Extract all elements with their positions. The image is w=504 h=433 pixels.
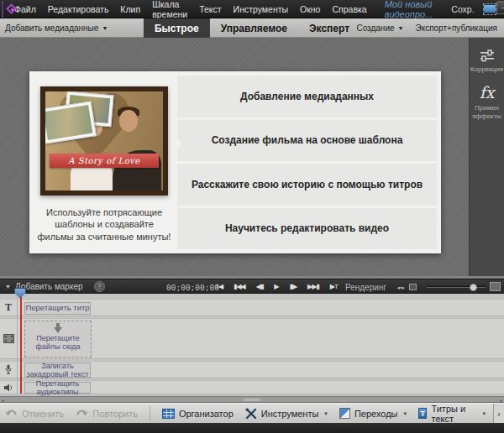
add-media-dropdown[interactable]: Добавить медиаданные ▼ — [0, 23, 108, 33]
record-narration-button[interactable]: Записать закадровый текст — [24, 363, 91, 378]
organizer-grid-icon — [162, 409, 175, 419]
sliders-icon — [479, 50, 496, 62]
timecode-display: 00;00;00;00 — [166, 283, 219, 292]
step-forward-button[interactable]: ▮▶ — [289, 283, 297, 290]
more-actions-button[interactable]: › — [493, 404, 504, 424]
tools-button[interactable]: Инструменты ▾ — [245, 408, 328, 420]
tab-guided[interactable]: Управляемое — [210, 18, 298, 38]
transitions-button[interactable]: Переходы ▾ — [339, 408, 407, 419]
polaroid-picture — [45, 105, 92, 140]
playhead-line[interactable] — [20, 296, 22, 394]
microphone-icon — [5, 364, 12, 375]
capture-monitor-icon[interactable] — [483, 3, 496, 15]
organizer-button[interactable]: Организатор — [162, 409, 234, 419]
menu-tools[interactable]: Инструменты — [228, 0, 294, 18]
go-end-button[interactable]: ▶▶▮ — [307, 283, 319, 290]
video-track-header[interactable] — [0, 319, 17, 358]
welcome-menu: Добавление медиаданных Создание фильма н… — [177, 76, 437, 249]
step-back-button[interactable]: ◀▮ — [256, 283, 264, 290]
undo-button[interactable]: Отменить — [5, 408, 64, 419]
tab-expert[interactable]: Эксперт — [298, 18, 360, 38]
template-preview-card[interactable]: ♥ A Story of Love Используйт — [34, 76, 175, 249]
narration-track-header[interactable] — [0, 362, 17, 378]
drag-audio-button[interactable]: Перетащить аудиоклипы — [24, 382, 91, 394]
audio-track: Перетащить аудиоклипы — [0, 380, 504, 394]
save-status-label[interactable]: Сохр. — [451, 4, 474, 14]
mode-toolbar: Добавить медиаданные ▼ Быстрое Управляем… — [0, 18, 504, 38]
organizer-label: Организатор — [179, 409, 234, 419]
transitions-icon — [339, 408, 350, 419]
menu-timeline[interactable]: Шкала времени — [146, 0, 193, 18]
ribbon-banner: A Story of Love — [50, 154, 159, 168]
go-previous-title-button[interactable]: T◀ — [215, 283, 223, 290]
monitor-area: ♥ A Story of Love Используйт — [0, 38, 504, 279]
welcome-panel: ♥ A Story of Love Используйт — [29, 71, 441, 253]
window-controls: — ▢ ✕ — [496, 1, 504, 14]
tab-quick[interactable]: Быстрое — [144, 18, 210, 38]
zoom-slider-handle[interactable] — [470, 284, 477, 291]
zoom-fit-icon[interactable]: ◂▪▸ — [396, 284, 405, 291]
menu-create-from-template[interactable]: Создание фильма на основе шаблона — [177, 120, 437, 162]
chevron-down-icon: ▾ — [403, 410, 407, 417]
menu-learn-editing[interactable]: Научитесь редактировать видео — [177, 208, 437, 250]
minimize-button[interactable]: — — [496, 1, 504, 14]
track-header-divider — [17, 294, 18, 396]
tools-label: Инструменты — [261, 409, 319, 419]
menu-story-with-titles[interactable]: Расскажите свою историю с помощью титров — [177, 164, 437, 206]
speaker-icon — [4, 383, 13, 392]
video-track: Перетащите файлы сюда — [0, 318, 504, 359]
capture-monitor-screen — [484, 5, 496, 13]
effects-label: Примен эффекты — [470, 104, 504, 121]
logo-dot — [11, 8, 13, 11]
divider — [150, 406, 150, 421]
go-start-button[interactable]: ▮◀◀ — [234, 283, 245, 290]
menu-clip[interactable]: Клип — [114, 0, 146, 18]
narration-track: Записать закадровый текст — [0, 361, 504, 378]
help-icon[interactable]: ? — [94, 281, 105, 292]
title-bar: Файл Редактировать Клип Шкала времени Те… — [0, 0, 504, 18]
adjust-label: Коррекция — [470, 65, 504, 74]
transport-controls: T◀ ▮◀◀ ◀▮ ▶ ▮▶ ▶▶▮ ▶T — [215, 279, 338, 293]
menu-text[interactable]: Текст — [193, 0, 227, 18]
chevron-down-icon: ▼ — [102, 25, 108, 31]
adjust-panel-button[interactable]: Коррекция — [470, 50, 504, 74]
premiere-elements-logo-icon — [2, 1, 3, 18]
timeline-scrollbar[interactable]: ◂ ▸ — [0, 396, 504, 403]
create-dropdown[interactable]: Создание ▼ — [356, 23, 403, 33]
bottom-strip — [0, 423, 504, 433]
title-track-header[interactable]: T — [0, 300, 17, 316]
project-title: Мой новый видеопро... — [385, 0, 433, 19]
menu-add-media[interactable]: Добавление медиаданных — [177, 76, 437, 117]
zoom-slider[interactable] — [427, 286, 486, 288]
redo-button[interactable]: Повторить — [76, 408, 138, 419]
undo-label: Отменить — [22, 409, 64, 419]
mode-tabs: Быстрое Управляемое Эксперт — [144, 18, 360, 38]
audio-track-header[interactable] — [0, 381, 17, 394]
zoom-in-icon[interactable] — [490, 282, 501, 291]
create-label: Создание — [356, 23, 394, 33]
render-button[interactable]: Рендеринг — [345, 283, 386, 292]
go-next-title-button[interactable]: ▶T — [330, 283, 338, 290]
chevron-down-icon: ▼ — [398, 25, 404, 31]
effects-panel-button[interactable]: fx Примен эффекты — [470, 85, 504, 121]
titles-icon: T — [418, 408, 427, 419]
play-button[interactable]: ▶ — [274, 283, 278, 290]
toolbar-right-group: Создание ▼ Экспорт+публикация — [356, 23, 504, 33]
zoom-out-icon[interactable] — [409, 284, 417, 290]
add-media-label: Добавить медиаданные — [5, 23, 98, 33]
timeline-tracks: T Перетащить титр Перетащите файлы сюда — [0, 294, 504, 396]
pointer-arrow — [175, 136, 182, 151]
export-publish-button[interactable]: Экспорт+публикация — [415, 23, 497, 33]
titles-button[interactable]: T Титры и текст ▾ — [418, 404, 486, 424]
groom-head — [119, 110, 138, 132]
media-dropzone[interactable]: Перетащите файлы сюда — [24, 321, 92, 357]
scrollbar-grip[interactable] — [244, 399, 260, 401]
template-preview-image: ♥ A Story of Love — [40, 86, 168, 196]
dropzone-label: Перетащите файлы сюда — [25, 334, 91, 352]
drag-title-button[interactable]: Перетащить титр — [24, 302, 91, 315]
menu-window[interactable]: Окно — [294, 0, 326, 18]
titles-label: Титры и текст — [431, 404, 476, 424]
menu-edit[interactable]: Редактировать — [42, 0, 115, 18]
menu-help[interactable]: Справка — [326, 0, 372, 18]
redo-label: Повторить — [92, 409, 138, 419]
